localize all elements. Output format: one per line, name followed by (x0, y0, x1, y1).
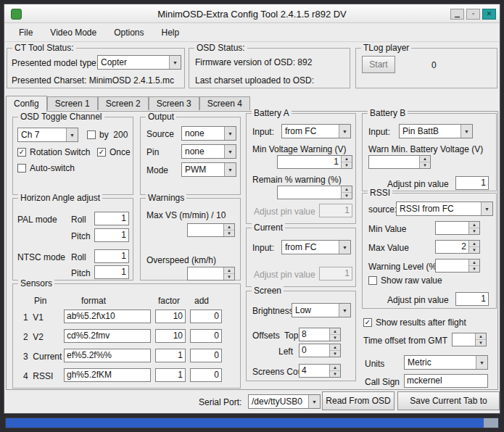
sensor-factor-field[interactable]: 1 (155, 349, 186, 362)
menu-file[interactable]: File (10, 25, 41, 41)
spin-up-icon[interactable] (342, 156, 352, 162)
save-current-tab-button[interactable]: Save Current Tab to (397, 391, 500, 410)
chevron-down-icon[interactable] (224, 163, 236, 176)
chevron-down-icon[interactable] (476, 356, 487, 369)
sensor-factor-field[interactable]: 10 (155, 329, 186, 343)
menu-options[interactable]: Options (105, 25, 152, 41)
serial-port-select[interactable]: /dev/ttyUSB0 (248, 394, 321, 409)
spin-down-icon[interactable] (330, 370, 340, 377)
ntsc-roll-field[interactable]: 1 (94, 249, 129, 263)
spin-down-icon[interactable] (469, 265, 479, 272)
read-from-osd-button[interactable]: Read From OSD (322, 391, 394, 410)
screens-count-spinner[interactable]: 4 (299, 364, 341, 378)
battery-a-input-select[interactable]: from FC (281, 124, 351, 138)
output-source-select[interactable]: none (181, 126, 236, 141)
chevron-down-icon[interactable] (339, 304, 350, 317)
show-raw-value-checkbox[interactable]: Show raw value (368, 275, 442, 286)
warn-min-voltage-spinner[interactable] (368, 155, 431, 169)
spin-down-icon[interactable] (330, 334, 340, 341)
rotation-switch-checkbox[interactable]: Rotation Switch (17, 147, 90, 157)
show-results-checkbox[interactable]: Show results after flight (363, 317, 466, 328)
remain-warning-spinner[interactable] (277, 186, 352, 199)
sensor-format-field[interactable]: ab%5.2f\x10 (64, 310, 151, 323)
menu-video-mode[interactable]: Video Mode (41, 25, 105, 41)
tab-screen-4[interactable]: Screen 4 (199, 96, 250, 110)
chevron-down-icon[interactable] (339, 241, 350, 254)
auto-switch-checkbox[interactable]: Auto-switch (17, 163, 75, 173)
close-button[interactable] (482, 9, 496, 20)
offset-top-spinner[interactable]: 8 (299, 328, 341, 341)
chevron-down-icon[interactable] (481, 202, 492, 215)
battery-b-input-select[interactable]: Pin BattB (399, 124, 473, 138)
spin-down-icon[interactable] (342, 162, 352, 168)
spin-down-icon[interactable] (469, 228, 479, 234)
spin-up-icon[interactable] (342, 186, 352, 192)
chevron-down-icon[interactable] (460, 125, 472, 138)
chevron-down-icon[interactable] (224, 127, 236, 140)
chevron-down-icon[interactable] (339, 125, 350, 138)
min-voltage-warning-spinner[interactable]: 1 (277, 155, 352, 169)
pal-pitch-field[interactable]: 1 (94, 228, 129, 242)
spin-up-icon[interactable] (420, 156, 430, 162)
max-vs-spinner[interactable] (187, 223, 235, 237)
minimize-button[interactable] (450, 9, 464, 20)
sensor-format-field[interactable]: ef%5.2f%% (64, 349, 151, 362)
maximize-button[interactable] (466, 9, 480, 20)
current-input-select[interactable]: from FC (281, 240, 351, 254)
once-checkbox[interactable]: Once (97, 147, 131, 157)
spin-down-icon[interactable] (469, 246, 479, 253)
spin-down-icon[interactable] (330, 350, 340, 357)
chevron-down-icon[interactable] (169, 56, 181, 69)
rssi-warning-level-spinner[interactable] (435, 259, 480, 273)
tab-screen-1[interactable]: Screen 1 (47, 96, 98, 110)
sensor-factor-field[interactable]: 1 (155, 368, 186, 382)
spin-up-icon[interactable] (330, 344, 340, 350)
spin-down-icon[interactable] (224, 230, 234, 236)
brightness-select[interactable]: Low (292, 303, 351, 317)
spin-up-icon[interactable] (224, 267, 234, 273)
menu-help[interactable]: Help (153, 25, 189, 41)
tab-config[interactable]: Config (6, 96, 47, 112)
spin-up-icon[interactable] (330, 365, 340, 370)
rssi-min-spinner[interactable] (435, 221, 480, 235)
sensor-factor-field[interactable]: 10 (155, 310, 186, 323)
battery-b-adjust-field[interactable]: 1 (455, 176, 489, 190)
spin-up-icon[interactable] (224, 224, 234, 230)
spin-up-icon[interactable] (469, 259, 479, 265)
model-type-select[interactable]: Copter (97, 55, 181, 70)
sensor-add-field[interactable]: 0 (190, 310, 222, 323)
rssi-adjust-field[interactable]: 1 (455, 292, 489, 306)
spin-up-icon[interactable] (469, 222, 479, 228)
spin-down-icon[interactable] (224, 273, 234, 280)
offset-left-spinner[interactable]: 0 (299, 344, 341, 357)
sensor-add-field[interactable]: 0 (190, 349, 222, 362)
overspeed-spinner[interactable] (187, 267, 235, 281)
gmt-offset-spinner[interactable] (452, 333, 487, 346)
ntsc-pitch-field[interactable]: 1 (94, 265, 129, 279)
chevron-down-icon[interactable] (308, 395, 320, 408)
call-sign-field[interactable]: mckernel (404, 374, 488, 388)
spin-up-icon[interactable] (469, 241, 479, 246)
sensor-add-field[interactable]: 0 (190, 329, 222, 343)
sensor-format-field[interactable]: cd%5.2fmv (64, 329, 151, 343)
output-mode-select[interactable]: PWM (181, 162, 236, 177)
chevron-down-icon[interactable] (224, 145, 236, 158)
rssi-max-spinner[interactable]: 2 (435, 240, 480, 254)
units-select[interactable]: Metric (404, 355, 488, 370)
tlog-start-button[interactable]: Start (362, 56, 395, 73)
spin-down-icon[interactable] (420, 162, 430, 168)
spin-down-icon[interactable] (476, 339, 486, 346)
toggle-channel-select[interactable]: Ch 7 (17, 128, 78, 142)
output-pin-select[interactable]: none (181, 144, 236, 159)
sensor-add-field[interactable]: 0 (190, 368, 222, 382)
spin-up-icon[interactable] (330, 328, 340, 334)
tab-screen-3[interactable]: Screen 3 (149, 96, 199, 110)
spin-down-icon[interactable] (342, 192, 352, 199)
sensor-format-field[interactable]: gh%5.2fKM (64, 368, 151, 382)
pal-roll-field[interactable]: 1 (94, 212, 129, 225)
by-200-checkbox[interactable]: by 200 (87, 130, 128, 140)
rssi-source-select[interactable]: RSSI from FC (396, 202, 493, 216)
chevron-down-icon[interactable] (66, 128, 78, 141)
spin-up-icon[interactable] (476, 333, 486, 339)
tab-screen-2[interactable]: Screen 2 (98, 96, 149, 110)
